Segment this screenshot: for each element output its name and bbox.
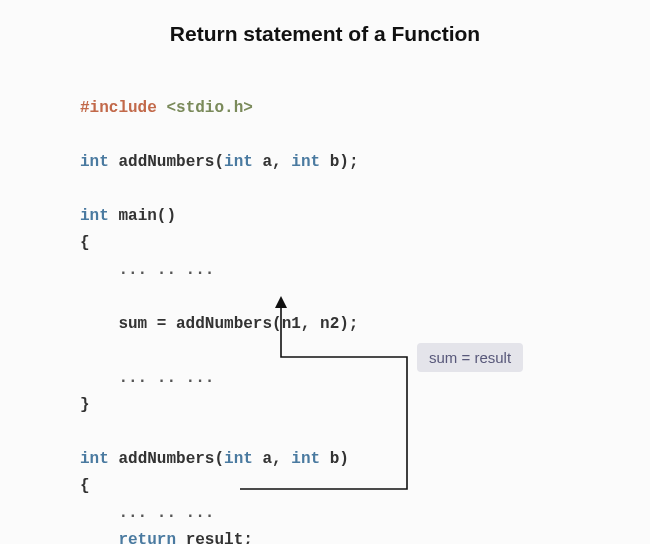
token-punct: , <box>272 450 282 468</box>
token-identifier: a <box>262 450 272 468</box>
token-keyword: int <box>80 450 109 468</box>
token-punct: () <box>157 207 176 225</box>
token-keyword: int <box>80 153 109 171</box>
token-keyword: int <box>80 207 109 225</box>
token-identifier: main <box>118 207 156 225</box>
token-header: <stdio.h> <box>166 99 252 117</box>
token-keyword: int <box>291 153 320 171</box>
page-title: Return statement of a Function <box>0 22 650 46</box>
token-identifier: b <box>330 153 340 171</box>
token-identifier: a <box>262 153 272 171</box>
token-ellipsis: ... .. ... <box>118 369 214 387</box>
token-keyword: return <box>118 531 176 544</box>
token-punct: , <box>272 153 282 171</box>
token-keyword: int <box>224 450 253 468</box>
annotation-label: sum = result <box>417 343 523 372</box>
code-call-line: sum = addNumbers(n1, n2); <box>118 315 358 333</box>
token-identifier: b <box>330 450 340 468</box>
token-punct: ( <box>214 450 224 468</box>
token-keyword: int <box>291 450 320 468</box>
code-block: #include <stdio.h> int addNumbers(int a,… <box>80 95 359 544</box>
token-brace: { <box>80 234 90 252</box>
token-keyword: int <box>224 153 253 171</box>
token-ellipsis: ... .. ... <box>118 261 214 279</box>
token-punct: ( <box>214 153 224 171</box>
token-preprocessor: #include <box>80 99 157 117</box>
token-punct: ; <box>243 531 253 544</box>
token-identifier: addNumbers <box>118 153 214 171</box>
token-ellipsis: ... .. ... <box>118 504 214 522</box>
token-identifier: addNumbers <box>118 450 214 468</box>
token-brace: } <box>80 396 90 414</box>
token-identifier: result <box>186 531 244 544</box>
token-punct: ); <box>339 153 358 171</box>
token-punct: ) <box>339 450 349 468</box>
token-brace: { <box>80 477 90 495</box>
